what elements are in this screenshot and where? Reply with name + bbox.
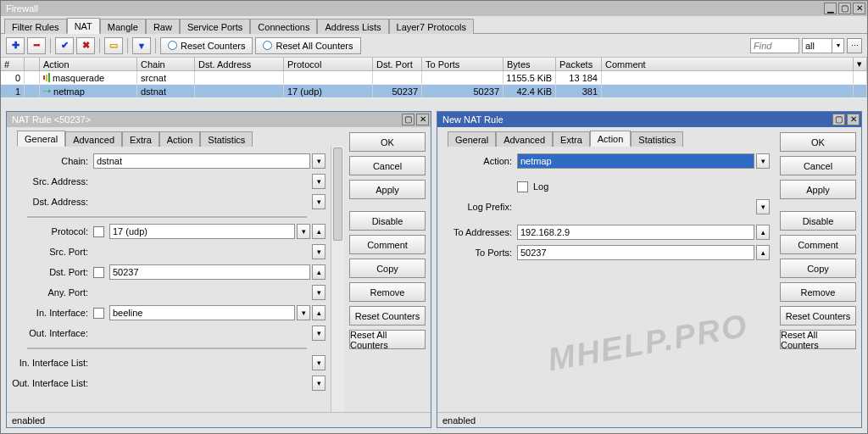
col-num[interactable]: # <box>1 58 25 70</box>
disable-button[interactable]: Disable <box>349 211 426 231</box>
tab-address-lists[interactable]: Address Lists <box>317 19 388 34</box>
reset-all-counters-button[interactable]: Reset All Counters <box>255 37 360 54</box>
col-action[interactable]: Action <box>40 58 137 70</box>
expand-button[interactable]: ▾ <box>756 199 770 214</box>
tab-service-ports[interactable]: Service Ports <box>180 19 250 34</box>
chain-input[interactable]: dstnat <box>93 153 310 169</box>
col-menu[interactable]: ▾ <box>854 58 867 70</box>
tab-extra[interactable]: Extra <box>122 131 159 147</box>
maximize-button[interactable]: ▢ <box>832 114 845 125</box>
apply-button[interactable]: Apply <box>349 180 426 199</box>
ok-button[interactable]: OK <box>349 132 426 152</box>
maximize-button[interactable]: ▢ <box>402 114 415 125</box>
invert-checkbox[interactable] <box>93 308 104 319</box>
tab-extra[interactable]: Extra <box>553 131 590 147</box>
reset-all-counters-button[interactable]: Reset All Counters <box>349 330 426 349</box>
collapse-button[interactable]: ▴ <box>312 305 326 320</box>
copy-button[interactable]: Copy <box>349 259 426 278</box>
collapse-button[interactable]: ▴ <box>756 245 770 260</box>
collapse-button[interactable]: ▴ <box>312 264 326 280</box>
reset-counters-button[interactable]: Reset Counters <box>349 306 426 326</box>
tab-raw[interactable]: Raw <box>146 19 180 34</box>
tab-filter-rules[interactable]: Filter Rules <box>4 19 67 34</box>
col-blank[interactable] <box>25 58 40 70</box>
enable-button[interactable]: ✔ <box>55 37 74 54</box>
tab-statistics[interactable]: Statistics <box>200 131 253 147</box>
table-row[interactable]: 1 ⇢ netmap dstnat 17 (udp) 50237 50237 4… <box>1 85 867 98</box>
tab-statistics[interactable]: Statistics <box>631 131 683 147</box>
dst-port-input[interactable]: 50237 <box>109 264 310 280</box>
expand-button[interactable]: ▾ <box>312 376 326 391</box>
scrollbar[interactable] <box>331 146 344 412</box>
action-input[interactable]: netmap <box>517 153 754 169</box>
tab-action[interactable]: Action <box>159 131 201 147</box>
filter-combo[interactable]: all▾ <box>802 38 844 53</box>
protocol-input[interactable]: 17 (udp) <box>109 224 295 239</box>
remove-button[interactable]: Remove <box>780 282 856 302</box>
tab-action[interactable]: Action <box>590 131 632 147</box>
filter-button[interactable]: ▼ <box>132 37 151 54</box>
expand-button[interactable]: ▾ <box>312 174 326 189</box>
reset-counters-button[interactable]: Reset Counters <box>780 306 856 326</box>
collapse-button[interactable]: ▴ <box>312 224 326 239</box>
disable-button[interactable]: ✖ <box>76 37 95 54</box>
maximize-button[interactable]: ▢ <box>838 3 851 14</box>
close-button[interactable]: ✕ <box>853 3 865 14</box>
chevron-down-icon[interactable]: ▾ <box>297 305 310 320</box>
ok-button[interactable]: OK <box>780 132 856 152</box>
cancel-button[interactable]: Cancel <box>780 156 856 175</box>
tab-mangle[interactable]: Mangle <box>100 19 146 34</box>
tab-connections[interactable]: Connections <box>250 19 317 34</box>
invert-checkbox[interactable] <box>93 226 104 237</box>
chevron-down-icon[interactable]: ▾ <box>756 153 770 169</box>
col-comment[interactable]: Comment <box>602 58 854 70</box>
tab-nat[interactable]: NAT <box>67 18 100 34</box>
add-button[interactable]: ✚ <box>6 37 25 54</box>
disable-button[interactable]: Disable <box>780 211 856 231</box>
expand-button[interactable]: ▾ <box>312 244 326 259</box>
expand-button[interactable]: ▾ <box>312 326 326 341</box>
col-packets[interactable]: Packets <box>556 58 602 70</box>
collapse-button[interactable]: ▴ <box>756 225 770 240</box>
tab-general[interactable]: General <box>17 131 65 147</box>
remove-button[interactable]: Remove <box>349 282 426 302</box>
col-protocol[interactable]: Protocol <box>284 58 373 70</box>
find-input[interactable] <box>750 38 799 53</box>
chevron-down-icon[interactable]: ▾ <box>297 224 310 239</box>
filter-edit-button[interactable]: ⋯ <box>847 38 862 53</box>
minimize-button[interactable]: ▁ <box>824 3 837 14</box>
to-ports-input[interactable]: 50237 <box>517 245 754 260</box>
close-button[interactable]: ✕ <box>847 114 860 125</box>
table-row[interactable]: 0 masquerade srcnat 1155.5 KiB 13 184 <box>1 71 867 85</box>
log-checkbox[interactable] <box>517 181 528 192</box>
comment-button[interactable]: Comment <box>780 235 856 254</box>
to-addresses-input[interactable]: 192.168.2.9 <box>517 225 754 240</box>
tab-general[interactable]: General <box>448 131 496 147</box>
col-dst-address[interactable]: Dst. Address <box>195 58 284 70</box>
col-bytes[interactable]: Bytes <box>504 58 556 70</box>
reset-all-counters-button[interactable]: Reset All Counters <box>780 330 856 349</box>
apply-button[interactable]: Apply <box>780 180 856 199</box>
col-chain[interactable]: Chain <box>137 58 195 70</box>
comment-button[interactable]: ▭ <box>104 37 123 54</box>
col-dst-port[interactable]: Dst. Port <box>373 58 422 70</box>
tab-advanced[interactable]: Advanced <box>65 131 122 147</box>
scrollbar-thumb[interactable] <box>333 147 342 241</box>
col-to-ports[interactable]: To Ports <box>422 58 504 70</box>
cancel-button[interactable]: Cancel <box>349 156 426 175</box>
remove-button[interactable]: ━ <box>27 37 46 54</box>
copy-button[interactable]: Copy <box>780 259 856 278</box>
panel-titlebar[interactable]: NAT Rule <50237> ▢ ✕ <box>7 112 431 127</box>
panel-titlebar[interactable]: New NAT Rule ▢ ✕ <box>437 112 861 127</box>
reset-counters-button[interactable]: Reset Counters <box>160 37 253 54</box>
invert-checkbox[interactable] <box>93 267 104 278</box>
expand-button[interactable]: ▾ <box>312 355 326 370</box>
close-button[interactable]: ✕ <box>416 114 429 125</box>
expand-button[interactable]: ▾ <box>312 285 326 300</box>
in-interface-input[interactable]: beeline <box>109 305 295 320</box>
tab-advanced[interactable]: Advanced <box>496 131 553 147</box>
tab-layer7[interactable]: Layer7 Protocols <box>389 19 475 34</box>
comment-button[interactable]: Comment <box>349 235 426 254</box>
expand-button[interactable]: ▾ <box>312 194 326 209</box>
chevron-down-icon[interactable]: ▾ <box>312 153 326 169</box>
